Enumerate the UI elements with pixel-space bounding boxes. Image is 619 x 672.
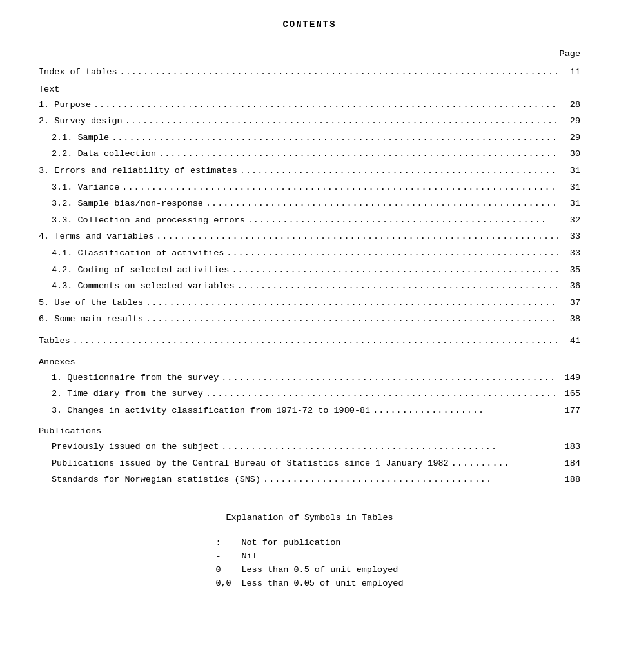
toc-entry-page-3: 30 — [561, 147, 580, 161]
toc-entry-page-13: 38 — [561, 312, 580, 326]
toc-entry-page-0: 28 — [561, 98, 580, 112]
annex-page-0: 149 — [561, 371, 580, 385]
toc-entry-label-0: 1. Purpose — [39, 98, 91, 112]
toc-entry-5: 3.1. Variance ..........................… — [52, 181, 580, 195]
toc-entry-label-4: 3. Errors and reliability of estimates — [39, 164, 237, 178]
toc-entry-page-2: 29 — [561, 131, 580, 145]
toc-entry-page-7: 32 — [561, 213, 580, 228]
toc-entry-page-9: 33 — [561, 246, 580, 261]
pub-dots-1: .......... — [451, 457, 558, 471]
tables-dots: ........................................… — [73, 334, 558, 348]
toc-entry-label-12: 5. Use of the tables — [39, 296, 143, 310]
explanation-symbol-3: 0,0 — [215, 578, 241, 588]
toc-entry-label-13: 6. Some main results — [39, 312, 143, 326]
tables-page: 41 — [561, 334, 580, 348]
page-label: Page — [39, 49, 580, 59]
annex-page-2: 177 — [561, 404, 580, 418]
annex-dots-1: ........................................… — [206, 387, 558, 401]
toc-entry-page-1: 29 — [561, 114, 580, 128]
toc-entry-label-9: 4.1. Classification of activities — [52, 246, 224, 261]
toc-entry-label-1: 2. Survey design — [39, 114, 123, 128]
toc-entry-dots-7: ........................................… — [248, 213, 558, 228]
index-of-tables-entry: Index of tables ........................… — [39, 65, 580, 79]
text-section-label: Text — [39, 84, 580, 94]
annex-label-1: 2. Time diary from the survey — [52, 387, 203, 401]
explanation-section: Explanation of Symbols in Tables :Not fo… — [39, 513, 580, 592]
annex-label-0: 1. Questionnaire from the survey — [52, 371, 219, 385]
publications-entries: Previously issued on the subject .......… — [39, 440, 580, 487]
pub-dots-0: ........................................… — [221, 440, 558, 454]
toc-entry-dots-13: ........................................… — [146, 312, 558, 326]
annexes-label: Annexes — [39, 357, 580, 367]
toc-entry-page-5: 31 — [561, 181, 580, 195]
toc-entry-7: 3.3. Collection and processing errors ..… — [52, 213, 580, 228]
toc-entry-3: 2.2. Data collection ...................… — [52, 147, 580, 161]
toc-entry-dots-5: ........................................… — [122, 181, 558, 195]
pub-page-0: 183 — [561, 440, 580, 454]
pub-entry-1: Publications issued by the Central Burea… — [52, 457, 580, 471]
toc-entry-4: 3. Errors and reliability of estimates .… — [39, 164, 580, 178]
pub-dots-2: ....................................... — [263, 473, 558, 487]
annex-entry-0: 1. Questionnaire from the survey .......… — [52, 371, 580, 385]
explanation-symbol-2: 0 — [215, 565, 241, 575]
toc-entry-label-11: 4.3. Comments on selected variables — [52, 279, 235, 293]
explanation-items: :Not for publication-Nil0Less than 0.5 o… — [215, 538, 403, 592]
annex-dots-2: ................... — [373, 404, 558, 418]
toc-entry-label-6: 3.2. Sample bias/non-response — [52, 197, 203, 211]
toc-entry-page-10: 35 — [561, 263, 580, 277]
toc-entry-page-6: 31 — [561, 197, 580, 211]
explanation-symbol-1: - — [215, 551, 241, 561]
toc-entry-10: 4.2. Coding of selected activities .....… — [52, 263, 580, 277]
pub-label-2: Standards for Norwegian statistics (SNS) — [52, 473, 260, 487]
toc-entry-11: 4.3. Comments on selected variables ....… — [52, 279, 580, 293]
toc-entry-6: 3.2. Sample bias/non-response ..........… — [52, 197, 580, 211]
annex-entry-1: 2. Time diary from the survey ..........… — [52, 387, 580, 401]
annex-page-1: 165 — [561, 387, 580, 401]
toc-entry-2: 2.1. Sample ............................… — [52, 131, 580, 145]
explanation-desc-2: Less than 0.5 of unit employed — [241, 565, 398, 575]
annex-entry-2: 3. Changes in activity classification fr… — [52, 404, 580, 418]
toc-entry-label-5: 3.1. Variance — [52, 181, 119, 195]
toc-entry-dots-10: ........................................… — [231, 263, 558, 277]
toc-entry-dots-0: ........................................… — [93, 98, 558, 112]
toc-entry-label-10: 4.2. Coding of selected activities — [52, 263, 229, 277]
index-of-tables-page: 11 — [561, 65, 580, 79]
annex-dots-0: ........................................… — [221, 371, 558, 385]
pub-entry-2: Standards for Norwegian statistics (SNS)… — [52, 473, 580, 487]
toc-entry-page-4: 31 — [561, 164, 580, 178]
toc-entry-dots-11: ........................................… — [237, 279, 558, 293]
toc-entry-page-11: 36 — [561, 279, 580, 293]
toc-entry-12: 5. Use of the tables ...................… — [39, 296, 580, 310]
toc-entry-label-3: 2.2. Data collection — [52, 147, 156, 161]
explanation-row-3: 0,0Less than 0.05 of unit employed — [215, 578, 403, 588]
index-of-tables-label: Index of tables — [39, 65, 117, 79]
toc-entry-0: 1. Purpose .............................… — [39, 98, 580, 112]
toc-entry-dots-12: ........................................… — [146, 296, 558, 310]
toc-entry-dots-3: ........................................… — [159, 147, 558, 161]
toc-entry-8: 4. Terms and variables .................… — [39, 230, 580, 244]
toc-entry-dots-8: ........................................… — [156, 230, 558, 244]
toc-entry-label-8: 4. Terms and variables — [39, 230, 153, 244]
explanation-row-1: -Nil — [215, 551, 403, 561]
explanation-desc-1: Nil — [241, 551, 257, 561]
tables-label: Tables — [39, 334, 70, 348]
explanation-title: Explanation of Symbols in Tables — [39, 513, 580, 522]
toc-entry-13: 6. Some main results ...................… — [39, 312, 580, 326]
toc-entry-dots-6: ........................................… — [206, 197, 558, 211]
toc-entry-page-8: 33 — [561, 230, 580, 244]
toc-entry-1: 2. Survey design .......................… — [39, 114, 580, 128]
explanation-row-0: :Not for publication — [215, 538, 403, 548]
toc-entry-9: 4.1. Classification of activities ......… — [52, 246, 580, 261]
explanation-row-2: 0Less than 0.5 of unit employed — [215, 565, 403, 575]
toc-entry-dots-9: ........................................… — [226, 246, 558, 261]
toc-entry-dots-4: ........................................… — [240, 164, 558, 178]
explanation-symbol-0: : — [215, 538, 241, 548]
toc-entry-page-12: 37 — [561, 296, 580, 310]
explanation-desc-3: Less than 0.05 of unit employed — [241, 578, 403, 588]
annexes-entries: 1. Questionnaire from the survey .......… — [39, 371, 580, 418]
pub-label-1: Publications issued by the Central Burea… — [52, 457, 449, 471]
toc-entries: 1. Purpose .............................… — [39, 98, 580, 326]
toc-entry-dots-2: ........................................… — [112, 131, 558, 145]
toc-entry-label-2: 2.1. Sample — [52, 131, 109, 145]
index-of-tables-dots: ........................................… — [120, 65, 558, 79]
